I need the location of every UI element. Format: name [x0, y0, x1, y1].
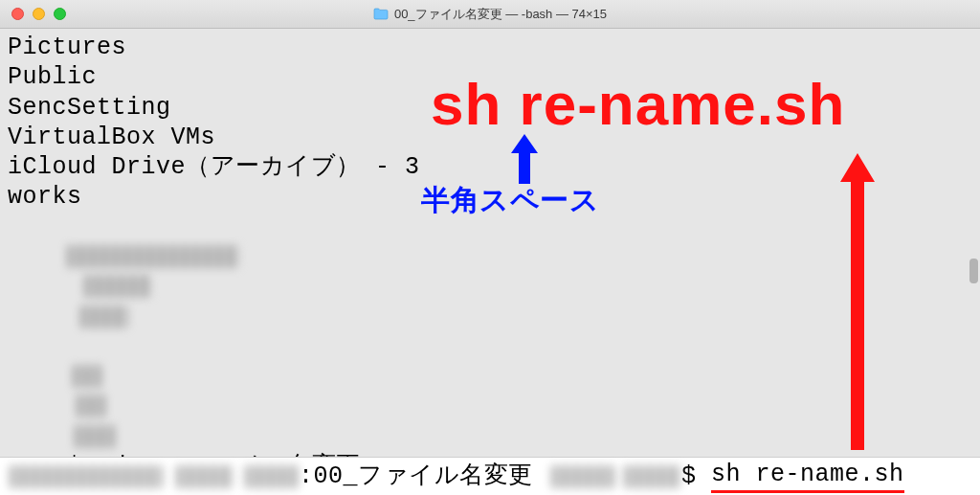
- current-prompt-bar[interactable]: :00_ファイル名変更 $ sh re-name.sh: [0, 457, 980, 495]
- output-line: Public: [8, 62, 972, 92]
- window-titlebar: 00_ファイル名変更 — -bash — 74×15: [0, 0, 980, 29]
- prompt-line-cd: $ cd 00_ファイル名変更: [8, 213, 972, 496]
- scrollbar-thumb[interactable]: [969, 259, 978, 283]
- output-line: Pictures: [8, 33, 972, 62]
- redacted-text: [77, 394, 105, 417]
- zoom-button[interactable]: [54, 8, 66, 20]
- cwd-path: :00_ファイル名変更: [299, 461, 533, 491]
- redacted-text: [73, 365, 101, 388]
- prompt-symbol: $: [681, 461, 697, 491]
- minimize-button[interactable]: [33, 8, 45, 20]
- redacted-text: [10, 465, 163, 488]
- redacted-text: [75, 425, 115, 448]
- folder-icon: [373, 8, 389, 20]
- redacted-text: [624, 465, 681, 488]
- window-controls: [0, 8, 66, 20]
- output-line: works: [8, 182, 972, 212]
- redacted-text: [84, 275, 151, 298]
- close-button[interactable]: [11, 8, 24, 20]
- typed-command[interactable]: sh re-name.sh: [711, 460, 904, 493]
- redacted-text: [67, 245, 239, 268]
- window-title: 00_ファイル名変更 — -bash — 74×15: [394, 6, 607, 23]
- redacted-text: [176, 465, 234, 488]
- output-line: SencSetting: [8, 93, 972, 123]
- terminal-viewport[interactable]: Pictures Public SencSetting VirtualBox V…: [0, 29, 980, 495]
- output-line: VirtualBox VMs: [8, 123, 972, 152]
- redacted-text: [551, 465, 614, 488]
- redacted-text: [245, 465, 299, 488]
- redacted-text: [80, 305, 128, 328]
- output-line: iCloud Drive（アーカイブ） - 3: [8, 152, 972, 182]
